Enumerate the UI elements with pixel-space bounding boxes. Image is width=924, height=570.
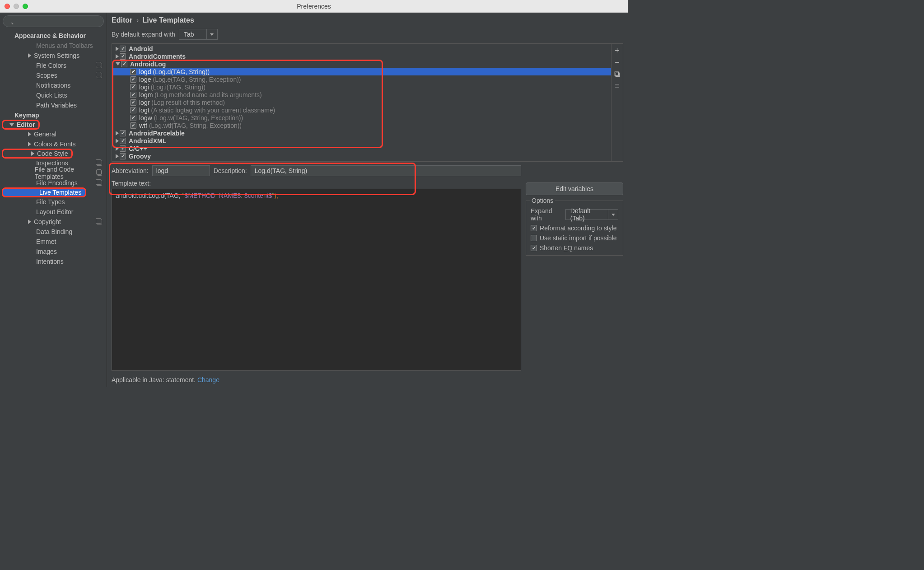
abbreviation-input[interactable]	[152, 165, 210, 176]
remove-template-button[interactable]: −	[613, 58, 621, 66]
sidebar-item-keymap[interactable]: Keymap	[0, 110, 107, 120]
sidebar-item-notifications[interactable]: Notifications	[0, 80, 107, 90]
group-checkbox[interactable]	[120, 145, 126, 152]
option-static-import[interactable]: Use static import if possible	[531, 234, 618, 242]
copy-template-button[interactable]: ⧉	[613, 70, 621, 78]
expand-select[interactable]: Tab	[179, 29, 218, 40]
shorten-fq-checkbox[interactable]	[531, 245, 537, 251]
copy-icon	[97, 180, 102, 186]
sidebar-item-editor[interactable]: Editor	[2, 120, 40, 130]
template-item-logi[interactable]: logi (Log.i(TAG, String))	[112, 83, 611, 91]
reformat-checkbox[interactable]	[531, 225, 537, 231]
tree-group-groovy[interactable]: Groovy	[112, 152, 611, 160]
group-label: AndroidLog	[130, 61, 166, 68]
group-checkbox[interactable]	[120, 130, 126, 136]
sidebar-item-colors-fonts[interactable]: Colors & Fonts	[0, 139, 107, 149]
group-checkbox[interactable]	[120, 153, 126, 159]
sidebar-item-images[interactable]: Images	[0, 247, 107, 257]
sidebar-item-data-binding[interactable]: Data Binding	[0, 227, 107, 237]
template-checkbox[interactable]	[130, 84, 136, 90]
sidebar-item-general[interactable]: General	[0, 129, 107, 139]
tree-group-androidcomments[interactable]: AndroidComments	[112, 52, 611, 60]
template-checkbox[interactable]	[130, 122, 136, 129]
template-checkbox[interactable]	[130, 115, 136, 121]
sidebar-item-code-style[interactable]: Code Style	[2, 149, 73, 159]
abbr-label: Abbreviation:	[112, 167, 149, 174]
chevron-down-icon	[9, 123, 14, 126]
edit-variables-button[interactable]: Edit variables	[526, 182, 623, 195]
template-item-wtf[interactable]: wtf (Log.wtf(TAG, String, Exception))	[112, 121, 611, 129]
template-checkbox[interactable]	[130, 76, 136, 83]
tree-group-androidxml[interactable]: AndroidXML	[112, 137, 611, 145]
template-checkbox[interactable]	[130, 92, 136, 98]
template-text-area[interactable]: android.util.Log.d(TAG, "$METHOD_NAME$: …	[112, 189, 521, 371]
add-template-button[interactable]: +	[613, 47, 621, 55]
sidebar-item-layout-editor[interactable]: Layout Editor	[0, 207, 107, 217]
chevron-right-icon	[116, 131, 119, 135]
static-import-checkbox[interactable]	[531, 235, 537, 241]
template-abbr: logt	[139, 107, 149, 114]
group-checkbox[interactable]	[120, 46, 126, 52]
sidebar-item-quick-lists[interactable]: Quick Lists	[0, 90, 107, 100]
tree-side: + − ⧉ ≡	[611, 44, 623, 161]
template-desc: (Log.d(TAG, String))	[153, 68, 210, 75]
sidebar-item-scopes[interactable]: Scopes	[0, 70, 107, 80]
template-item-logd[interactable]: logd (Log.d(TAG, String))	[112, 68, 611, 75]
sidebar-item-file-types[interactable]: File Types	[0, 197, 107, 207]
chevron-down-icon	[116, 62, 120, 65]
sidebar-item-path-variables[interactable]: Path Variables	[0, 100, 107, 110]
sidebar-item-file-encodings[interactable]: File Encodings	[0, 178, 107, 188]
breadcrumb: Editor › Live Templates	[112, 16, 623, 24]
zoom-window-icon[interactable]	[23, 4, 28, 9]
template-checkbox[interactable]	[130, 107, 136, 113]
sidebar-item-emmet[interactable]: Emmet	[0, 237, 107, 247]
expand-select-value: Tab	[179, 29, 207, 40]
sidebar-item-label: Path Variables	[36, 102, 77, 109]
sidebar-item-appearance-behavior[interactable]: Appearance & Behavior	[0, 31, 107, 41]
template-item-logm[interactable]: logm (Log method name and its arguments)	[112, 91, 611, 98]
sidebar-item-file-and-code-templates[interactable]: File and Code Templates	[0, 168, 107, 178]
option-shorten-fq[interactable]: Shorten FQ names	[531, 244, 618, 252]
sidebar-item-intentions[interactable]: Intentions	[0, 257, 107, 266]
sidebar-item-file-colors[interactable]: File Colors	[0, 61, 107, 70]
option-reformat[interactable]: Reformat according to style	[531, 224, 618, 232]
tree-group-android[interactable]: Android	[112, 45, 611, 52]
group-label: Groovy	[129, 153, 151, 160]
sidebar-item-live-templates[interactable]: Live Templates	[2, 187, 86, 197]
context-template-button[interactable]: ≡	[613, 82, 621, 90]
group-checkbox[interactable]	[120, 53, 126, 60]
close-window-icon[interactable]	[5, 4, 10, 9]
change-link[interactable]: Change	[197, 376, 219, 383]
description-input[interactable]	[251, 165, 521, 176]
template-item-logt[interactable]: logt (A static logtag with your current …	[112, 106, 611, 114]
template-abbr: loge	[139, 76, 151, 83]
tree-group-c-c-[interactable]: C/C++	[112, 145, 611, 152]
minimize-window-icon[interactable]	[14, 4, 19, 9]
sidebar-item-menus-and-toolbars[interactable]: Menus and Toolbars	[0, 41, 107, 51]
template-checkbox[interactable]	[130, 99, 136, 106]
sidebar: Appearance & BehaviorMenus and ToolbarsS…	[0, 13, 107, 387]
template-abbr: logr	[139, 99, 149, 106]
expand-with-select[interactable]: Default (Tab)	[565, 209, 618, 220]
chevron-right-icon	[116, 139, 119, 143]
traffic-lights	[5, 4, 28, 9]
splitter-grabber[interactable]	[112, 162, 623, 165]
sidebar-item-label: Live Templates	[39, 189, 81, 196]
main-panel: Editor › Live Templates By default expan…	[107, 13, 628, 387]
template-item-loge[interactable]: loge (Log.e(TAG, String, Exception))	[112, 75, 611, 83]
group-checkbox[interactable]	[120, 138, 126, 144]
template-item-logr[interactable]: logr (Log result of this method)	[112, 98, 611, 106]
sidebar-item-label: General	[34, 131, 56, 138]
options-legend: Options	[530, 197, 555, 204]
template-checkbox[interactable]	[130, 69, 136, 75]
detail-left: Abbreviation: Description: Template text…	[112, 165, 521, 383]
template-item-logw[interactable]: logw (Log.w(TAG, String, Exception))	[112, 114, 611, 121]
sidebar-item-label: Layout Editor	[36, 208, 74, 215]
search-input[interactable]	[3, 15, 104, 27]
sidebar-item-system-settings[interactable]: System Settings	[0, 51, 107, 61]
group-checkbox[interactable]	[121, 61, 127, 67]
tree-group-androidlog[interactable]: AndroidLog	[112, 60, 611, 68]
sidebar-item-copyright[interactable]: Copyright	[0, 217, 107, 227]
tree-group-androidparcelable[interactable]: AndroidParcelable	[112, 129, 611, 137]
chevron-right-icon	[28, 53, 31, 58]
